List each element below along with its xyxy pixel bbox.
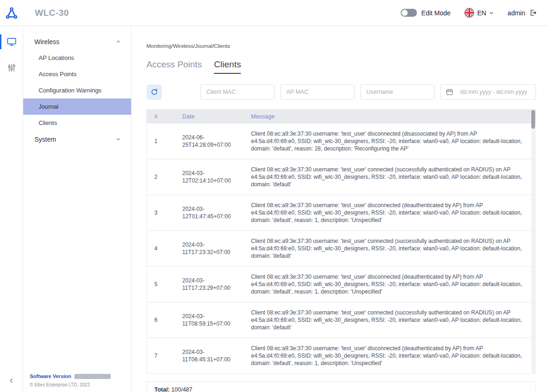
sidebar-item-clients[interactable]: Clients <box>23 115 131 131</box>
software-version-label: Software Version <box>30 373 71 379</box>
row-number: 7 <box>147 352 175 359</box>
sidebar-footer: Software Version © Eltex Enterprise LTD,… <box>23 373 131 392</box>
row-number: 4 <box>147 245 175 252</box>
monitoring-rail-icon[interactable] <box>0 31 23 53</box>
scrollbar-thumb[interactable] <box>531 110 535 129</box>
toggle-knob <box>402 10 408 16</box>
chevron-down-icon <box>489 11 494 15</box>
logout-icon[interactable] <box>529 9 537 17</box>
table-row: 7 2024-03-11T06:45:31+07:00 Client 08:ec… <box>147 338 536 373</box>
edit-mode-group: Edit Mode <box>401 9 450 17</box>
row-message: Client 08:ec:a9:3e:37:30 username: 'test… <box>244 202 536 224</box>
filter-inputs <box>200 84 536 100</box>
table-row: 4 2024-03-11T17:23:32+07:00 Client 08:ec… <box>147 230 536 266</box>
row-message: Client 08:ec:a9:3e:37:30 username: 'test… <box>244 166 536 188</box>
table-row: 6 2024-03-11T08:59:15+07:00 Client 08:ec… <box>147 302 536 338</box>
uk-flag-icon <box>464 8 474 18</box>
date-range-picker[interactable] <box>440 84 536 100</box>
table-row: 2 2024-03-12T02:14:10+07:00 Client 08:ec… <box>147 159 536 195</box>
language-label: EN <box>477 9 486 17</box>
wireless-section-label: Wireless <box>34 38 60 46</box>
table-header: # Date Message <box>147 110 536 124</box>
sidebar-section-wireless[interactable]: Wireless <box>23 33 131 50</box>
app-title: WLC-30 <box>35 8 69 18</box>
chevron-up-icon <box>116 39 121 44</box>
filter-toolbar <box>146 84 536 100</box>
eltex-logo-icon[interactable] <box>0 6 23 20</box>
topbar: WLC-30 Edit Mode <box>0 0 549 26</box>
row-date: 2024-03-11T17:23:29+07:00 <box>175 277 244 292</box>
row-message: Client 08:ec:a9:3e:37:30 username: 'test… <box>244 130 536 152</box>
table-row: 1 2024-06-25T14:28:09+07:00 Client 08:ec… <box>147 124 536 159</box>
sidebar-item-access-points[interactable]: Access Points <box>23 66 131 82</box>
row-number: 5 <box>147 281 175 288</box>
refresh-button[interactable] <box>146 85 162 100</box>
sidebar-item-configuration-warnings[interactable]: Configuration Warnings <box>23 82 131 98</box>
table-row: 3 2024-03-12T01:47:45+07:00 Client 08:ec… <box>147 195 536 230</box>
sidebar: Wireless AP Locations Access Points Conf… <box>23 26 132 392</box>
copyright-text: © Eltex Enterprise LTD, 2022 <box>30 382 126 387</box>
row-date: 2024-03-11T06:45:31+07:00 <box>175 348 244 363</box>
monitor-icon <box>7 37 17 47</box>
row-date: 2024-06-25T14:28:09+07:00 <box>175 134 244 149</box>
column-header-num: # <box>147 113 175 120</box>
chevron-left-icon <box>8 378 14 384</box>
language-selector[interactable]: EN <box>464 8 493 18</box>
sliders-icon <box>7 63 16 72</box>
topbar-right: Edit Mode EN <box>401 8 549 18</box>
sidebar-section-system[interactable]: System <box>23 131 131 147</box>
row-date: 2024-03-11T08:59:15+07:00 <box>175 313 244 327</box>
tab-bar: Access Points Clients <box>146 59 536 74</box>
edit-mode-toggle[interactable] <box>401 9 417 17</box>
tab-clients[interactable]: Clients <box>214 59 241 74</box>
total-value: 100/487 <box>172 386 192 392</box>
row-number: 6 <box>147 316 175 324</box>
settings-rail-icon[interactable] <box>0 57 23 79</box>
icon-rail <box>0 26 23 392</box>
breadcrumb: Monitoring/Wireless/Journal/Clients <box>146 43 536 49</box>
client-mac-input[interactable] <box>200 84 275 100</box>
table-row: 5 2024-03-11T17:23:29+07:00 Client 08:ec… <box>147 266 536 302</box>
column-header-date: Date <box>175 113 244 120</box>
app-window: WLC-30 Edit Mode <box>0 0 549 392</box>
chevron-down-icon <box>116 137 121 142</box>
edit-mode-label: Edit Mode <box>421 9 450 17</box>
row-message: Client 08:ec:a9:3e:37:30 username: 'test… <box>244 309 536 331</box>
row-date: 2024-03-12T02:14:10+07:00 <box>175 170 244 184</box>
row-number: 1 <box>147 137 175 145</box>
journal-table: # Date Message 1 2024-06-25T14:28:09+07:… <box>146 109 536 374</box>
column-header-message: Message <box>244 113 536 120</box>
refresh-icon <box>151 88 158 96</box>
row-message: Client 08:ec:a9:3e:37:30 username: 'test… <box>244 237 536 260</box>
sidebar-item-journal[interactable]: Journal <box>23 98 131 115</box>
row-message: Client 08:ec:a9:3e:37:30 username: 'test… <box>244 273 536 295</box>
table-footer: Total: 100/487100/487 <box>146 381 536 392</box>
main-content: Monitoring/Wireless/Journal/Clients Acce… <box>132 26 549 392</box>
total-label: Total: <box>154 386 170 392</box>
row-date: 2024-03-12T01:47:45+07:00 <box>175 205 244 220</box>
username-input[interactable] <box>360 84 435 100</box>
sidebar-item-ap-locations[interactable]: AP Locations <box>23 50 131 66</box>
table-scrollbar[interactable] <box>531 110 535 373</box>
row-number: 2 <box>147 173 175 181</box>
row-number: 3 <box>147 209 175 216</box>
table-body: 1 2024-06-25T14:28:09+07:00 Client 08:ec… <box>147 124 536 373</box>
collapse-sidebar-button[interactable] <box>0 378 23 384</box>
row-date: 2024-03-11T17:23:32+07:00 <box>175 241 244 256</box>
calendar-icon <box>446 88 453 96</box>
user-menu: admin <box>508 9 537 17</box>
ap-mac-input[interactable] <box>280 84 355 100</box>
tab-access-points[interactable]: Access Points <box>146 59 202 74</box>
date-range-input[interactable] <box>457 89 530 95</box>
username-label: admin <box>508 9 525 17</box>
software-version-value-redacted <box>74 374 111 379</box>
row-message: Client 08:ec:a9:3e:37:30 username: 'test… <box>244 345 536 367</box>
system-section-label: System <box>34 136 56 143</box>
